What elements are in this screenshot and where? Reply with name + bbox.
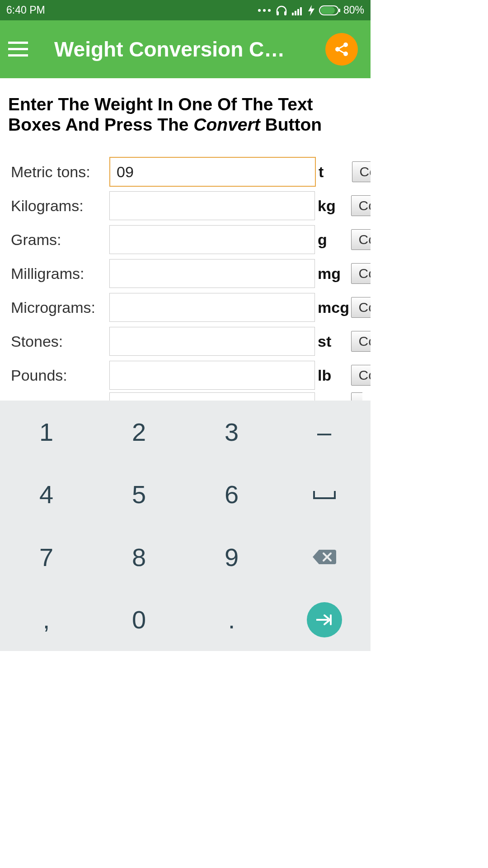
svg-rect-13 <box>8 48 28 50</box>
input-milligrams[interactable] <box>109 259 315 288</box>
more-icon <box>258 8 271 13</box>
label-pounds: Pounds: <box>11 367 109 384</box>
unit-grams: g <box>315 231 351 249</box>
unit-stones: st <box>315 333 351 350</box>
key-minus[interactable]: – <box>278 401 371 463</box>
svg-rect-14 <box>8 54 28 57</box>
convert-button-pounds[interactable]: Convert <box>351 365 371 386</box>
label-kilograms: Kilograms: <box>11 197 109 215</box>
input-micrograms[interactable] <box>109 293 315 322</box>
key-5[interactable]: 5 <box>93 463 185 526</box>
svg-point-0 <box>258 9 261 12</box>
status-time: 6:40 PM <box>6 4 45 16</box>
key-9[interactable]: 9 <box>185 526 278 589</box>
key-comma[interactable]: , <box>0 589 93 651</box>
numeric-keyboard: 1 2 3 – 4 5 6 7 8 9 , 0 . <box>0 401 371 651</box>
convert-button-grams[interactable]: Convert <box>351 229 371 250</box>
key-3[interactable]: 3 <box>185 401 278 463</box>
key-2[interactable]: 2 <box>93 401 185 463</box>
share-button[interactable] <box>325 33 358 66</box>
input-grams[interactable] <box>109 225 315 254</box>
label-grams: Grams: <box>11 231 109 249</box>
svg-point-2 <box>268 9 271 12</box>
svg-point-17 <box>343 52 348 56</box>
svg-line-19 <box>339 50 344 53</box>
row-grams: Grams: g Convert <box>8 223 362 257</box>
key-space[interactable] <box>278 463 371 526</box>
key-0[interactable]: 0 <box>93 589 185 651</box>
label-milligrams: Milligrams: <box>11 265 109 283</box>
row-pounds: Pounds: lb Convert <box>8 359 362 392</box>
backspace-icon <box>312 548 337 566</box>
convert-button-micrograms[interactable]: Convert <box>351 297 371 318</box>
menu-button[interactable] <box>0 20 36 78</box>
headphones-icon <box>276 5 287 16</box>
svg-rect-12 <box>8 42 28 44</box>
key-7[interactable]: 7 <box>0 526 93 589</box>
signal-icon <box>292 5 304 15</box>
convert-button-stones[interactable]: Convert <box>351 331 371 352</box>
key-4[interactable]: 4 <box>0 463 93 526</box>
instruction-suffix: Button <box>260 115 322 134</box>
charging-bolt-icon <box>308 5 314 16</box>
content-area: Enter The Weight In One Of The Text Boxe… <box>0 78 371 406</box>
instruction-convert-word: Convert <box>193 115 260 134</box>
key-enter[interactable] <box>278 589 371 651</box>
svg-rect-10 <box>320 7 335 14</box>
unit-pounds: lb <box>315 367 351 384</box>
convert-button-milligrams[interactable]: Convert <box>351 263 371 284</box>
status-bar: 6:40 PM 80% <box>0 0 371 20</box>
key-1[interactable]: 1 <box>0 401 93 463</box>
input-pounds[interactable] <box>109 361 315 390</box>
share-icon <box>333 41 350 57</box>
svg-rect-6 <box>295 11 296 15</box>
convert-button-kilograms[interactable]: Convert <box>351 195 371 216</box>
battery-icon <box>319 5 341 15</box>
svg-rect-3 <box>277 11 279 15</box>
row-milligrams: Milligrams: mg Convert <box>8 257 362 291</box>
enter-arrow-icon <box>314 613 334 627</box>
row-kilograms: Kilograms: kg Convert <box>8 189 362 223</box>
battery-percent: 80% <box>343 4 364 16</box>
row-stones: Stones: st Convert <box>8 325 362 359</box>
key-6[interactable]: 6 <box>185 463 278 526</box>
space-icon <box>313 489 336 500</box>
key-period[interactable]: . <box>185 589 278 651</box>
label-micrograms: Micrograms: <box>11 299 109 316</box>
unit-micrograms: mcg <box>315 299 351 316</box>
svg-point-15 <box>343 42 348 47</box>
instruction-text: Enter The Weight In One Of The Text Boxe… <box>8 94 362 135</box>
status-icons: 80% <box>258 4 364 16</box>
svg-rect-5 <box>292 13 294 15</box>
key-backspace[interactable] <box>278 526 371 589</box>
convert-button-metric-tons[interactable]: Convert <box>352 161 371 182</box>
hamburger-icon <box>8 42 28 57</box>
row-metric-tons: Metric tons: t Convert <box>8 155 362 189</box>
svg-rect-7 <box>297 9 299 15</box>
app-bar: Weight Conversion Cal… <box>0 20 371 78</box>
input-stones[interactable] <box>109 327 315 356</box>
input-kilograms[interactable] <box>109 191 315 220</box>
key-8[interactable]: 8 <box>93 526 185 589</box>
unit-metric-tons: t <box>316 163 352 181</box>
svg-point-1 <box>263 9 266 12</box>
row-micrograms: Micrograms: mcg Convert <box>8 291 362 325</box>
svg-rect-11 <box>339 9 340 12</box>
unit-kilograms: kg <box>315 197 351 215</box>
svg-line-18 <box>339 46 344 48</box>
conversion-rows: Metric tons: t Convert Kilograms: kg Con… <box>8 155 362 406</box>
input-metric-tons[interactable] <box>109 157 316 187</box>
svg-rect-4 <box>284 11 286 15</box>
page-title: Weight Conversion Cal… <box>54 37 289 61</box>
unit-milligrams: mg <box>315 265 351 283</box>
svg-rect-8 <box>300 7 302 15</box>
label-metric-tons: Metric tons: <box>11 163 109 181</box>
label-stones: Stones: <box>11 333 109 350</box>
